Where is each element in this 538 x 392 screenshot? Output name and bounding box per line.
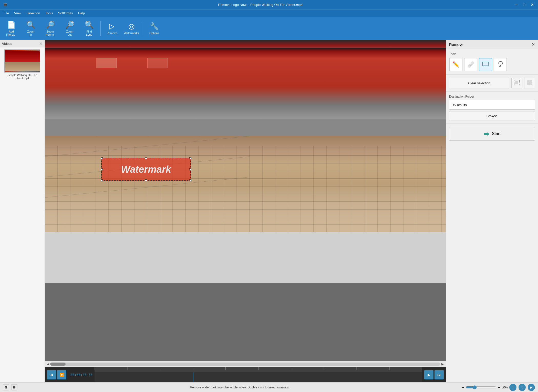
statusbar-btn-1[interactable]: ⊞ xyxy=(3,384,9,390)
panel-close-button[interactable]: ✕ xyxy=(532,42,535,47)
zoom-normal-label: Zoom normal xyxy=(46,30,55,36)
titlebar: 🎬 Remove Logo Now! - People Walking On T… xyxy=(0,0,538,9)
fast-forward-button[interactable]: ⏭ xyxy=(434,370,444,379)
timeline-playhead[interactable] xyxy=(193,372,193,382)
statusbar: ⊞ ⊟ Remove watermark from the whole vide… xyxy=(0,382,538,392)
remove-button[interactable]: ▷ Remove xyxy=(103,18,121,38)
zoom-out-label: Zoom out xyxy=(66,30,73,36)
clear-selection-area: Clear selection xyxy=(446,75,538,92)
lasso-tool-button[interactable] xyxy=(494,58,507,71)
zoom-decrease-button[interactable]: − xyxy=(462,385,464,389)
play-button[interactable]: ▶ xyxy=(424,370,433,379)
minimize-button[interactable]: ─ xyxy=(512,1,520,8)
handle-middle-right[interactable] xyxy=(189,168,191,170)
train-window-2 xyxy=(147,58,168,68)
prev-frame-button[interactable]: ⏪ xyxy=(57,370,66,379)
menu-help[interactable]: Help xyxy=(76,10,88,16)
destination-input[interactable] xyxy=(449,100,535,110)
timeline-ruler xyxy=(95,367,422,372)
video-thumbnail[interactable] xyxy=(4,49,40,73)
center-area: Watermark ◀ ▶ ⏮ ⏪ 00:00:00 00 xyxy=(45,40,446,382)
select-all-button[interactable] xyxy=(511,78,522,88)
scrollbar-track[interactable] xyxy=(50,363,440,366)
zoom-out-icon: 🔍 xyxy=(65,20,74,29)
handle-bottom-middle[interactable] xyxy=(145,179,147,181)
scroll-right-button[interactable]: ▶ xyxy=(440,362,445,366)
rewind-button[interactable]: ⏮ xyxy=(47,370,56,379)
zoom-label: 60% xyxy=(502,386,508,389)
add-files-icon: 📄 xyxy=(7,20,16,29)
clear-selection-button[interactable]: Clear selection xyxy=(449,78,509,88)
lasso-icon xyxy=(497,60,504,69)
maximize-button[interactable]: □ xyxy=(521,1,528,8)
find-logo-button[interactable]: 🔍 Find Logo xyxy=(80,18,98,38)
menubar: File View Selection Tools SoftOrbits Hel… xyxy=(0,9,538,17)
start-button[interactable]: ➡ Start xyxy=(449,127,535,141)
statusbar-btn-2[interactable]: ⊟ xyxy=(11,384,17,390)
sidebar: Videos ✕ People Walking On The Street.mp… xyxy=(0,40,45,382)
scrollbar-thumb[interactable] xyxy=(50,363,66,366)
select-invert-icon xyxy=(526,79,533,87)
handle-top-middle[interactable] xyxy=(145,157,147,159)
zoom-normal-icon: 🔎 xyxy=(46,20,55,29)
options-label: Options xyxy=(149,32,159,35)
menu-tools[interactable]: Tools xyxy=(43,10,55,16)
zoom-out-button[interactable]: 🔍 Zoom out xyxy=(60,18,79,38)
youtube-icon[interactable]: ▶ xyxy=(528,384,535,391)
train-window-1 xyxy=(96,58,117,68)
watermarks-label: Watermarks xyxy=(124,32,139,35)
eraser-tool-button[interactable]: 🩹 xyxy=(464,58,477,71)
canvas-area[interactable]: Watermark xyxy=(45,40,446,361)
toolbar: 📄 Add File(s)... 🔍 Zoom in 🔎 Zoom normal… xyxy=(0,17,538,40)
zoom-in-label: Zoom in xyxy=(27,30,34,36)
handle-middle-left[interactable] xyxy=(101,168,103,170)
toolbar-separator-2 xyxy=(143,21,143,36)
remove-icon: ▷ xyxy=(109,22,115,30)
rectangle-tool-button[interactable] xyxy=(479,58,492,71)
watermarks-button[interactable]: ◎ Watermarks xyxy=(122,18,141,38)
browse-button[interactable]: Browse xyxy=(449,111,535,120)
menu-file[interactable]: File xyxy=(1,10,12,16)
thumbnail-name: People Walking On The Street.mp4 xyxy=(2,74,43,80)
select-invert-button[interactable] xyxy=(524,78,535,88)
select-all-icon xyxy=(514,79,520,87)
timeline-end-controls: ▶ ⏭ xyxy=(422,370,446,379)
sidebar-close-button[interactable]: ✕ xyxy=(39,42,43,46)
close-button[interactable]: ✕ xyxy=(529,1,536,8)
zoom-normal-button[interactable]: 🔎 Zoom normal xyxy=(41,18,59,38)
menu-selection[interactable]: Selection xyxy=(24,10,43,16)
scroll-left-button[interactable]: ◀ xyxy=(46,362,50,366)
start-section: ➡ Start xyxy=(446,124,538,144)
statusbar-left: ⊞ ⊟ xyxy=(3,384,17,390)
tools-row: ✏️ 🩹 xyxy=(449,58,535,71)
watermarks-icon: ◎ xyxy=(128,22,134,30)
zoom-slider[interactable] xyxy=(466,385,496,389)
panel-title: Remove xyxy=(449,42,463,47)
options-button[interactable]: 🔧 Options xyxy=(145,18,163,38)
social-icons: f t ▶ xyxy=(509,384,535,391)
handle-top-right[interactable] xyxy=(189,157,191,159)
watermark-text: Watermark xyxy=(121,164,171,175)
menu-softorbits[interactable]: SoftOrbits xyxy=(56,10,76,16)
destination-label: Destination Folder xyxy=(449,95,535,98)
svg-rect-22 xyxy=(527,80,532,85)
twitter-icon[interactable]: t xyxy=(519,384,526,391)
zoom-area: − + 60% f t ▶ xyxy=(462,384,535,391)
handle-top-left[interactable] xyxy=(101,157,103,159)
pencil-tool-button[interactable]: ✏️ xyxy=(449,58,462,71)
eraser-icon: 🩹 xyxy=(467,61,474,68)
zoom-increase-button[interactable]: + xyxy=(498,385,500,389)
right-panel: Remove ✕ Tools ✏️ 🩹 xyxy=(446,40,538,382)
timeline-controls: ⏮ ⏪ xyxy=(45,370,68,379)
zoom-in-button[interactable]: 🔍 Zoom in xyxy=(22,18,40,38)
handle-bottom-left[interactable] xyxy=(101,179,103,181)
add-files-label: Add File(s)... xyxy=(6,30,16,36)
handle-bottom-right[interactable] xyxy=(189,179,191,181)
timeline-track[interactable] xyxy=(95,372,422,382)
add-files-button[interactable]: 📄 Add File(s)... xyxy=(2,18,20,38)
facebook-icon[interactable]: f xyxy=(509,384,516,391)
timeline-area[interactable] xyxy=(95,367,422,382)
menu-view[interactable]: View xyxy=(12,10,24,16)
watermark-selection-box[interactable]: Watermark xyxy=(101,158,191,181)
video-frame: Watermark xyxy=(45,40,446,232)
